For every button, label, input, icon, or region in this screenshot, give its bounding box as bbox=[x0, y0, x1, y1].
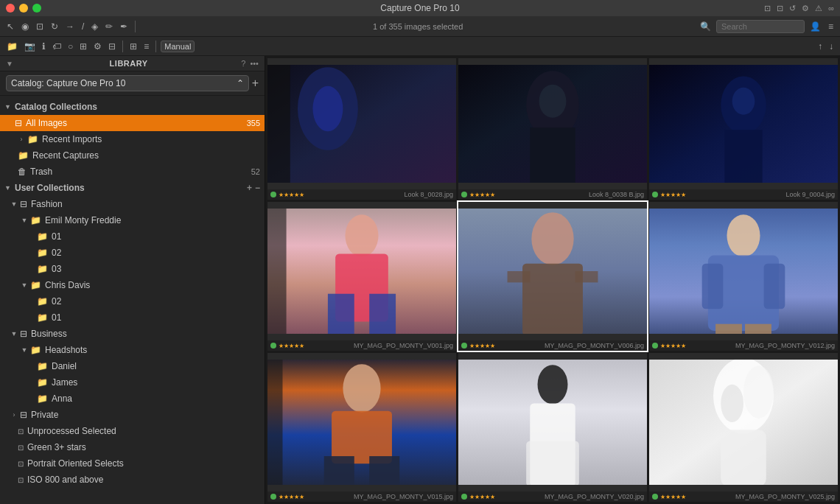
image-cell-1[interactable]: ★★★★★ Look 8_0028.jpg bbox=[267, 58, 456, 200]
app-title: Capture One Pro 10 bbox=[380, 3, 459, 13]
sidebar-item-folder-01a[interactable]: 📁 01 bbox=[0, 228, 265, 245]
add-catalog-button[interactable]: + bbox=[252, 77, 259, 90]
image-cell-9[interactable]: ★★★★★ MY_MAG_PO_MONTY_V025.jpg bbox=[649, 353, 838, 502]
folder01a-label: 01 bbox=[52, 231, 260, 242]
sidebar-item-business[interactable]: ▼ ⊟ Business bbox=[0, 326, 265, 342]
selection-status: 1 of 355 images selected bbox=[373, 22, 463, 31]
private-chevron: › bbox=[10, 411, 18, 419]
grid-icon[interactable]: ⊞ bbox=[77, 40, 89, 53]
tool-rotate[interactable]: ↻ bbox=[49, 20, 60, 33]
image-thumb-7 bbox=[267, 353, 456, 491]
camera2-icon[interactable]: 📷 bbox=[22, 40, 38, 53]
remove-collection-button[interactable]: − bbox=[255, 183, 260, 193]
tag-icon[interactable]: 🏷 bbox=[50, 40, 63, 53]
sidebar-item-folder-02b[interactable]: 📁 02 bbox=[0, 293, 265, 309]
chris-label: Chris Davis bbox=[45, 280, 260, 290]
sidebar-item-chris-davis[interactable]: ▼ 📁 Chris Davis bbox=[0, 277, 265, 293]
image-cell-3[interactable]: ★★★★★ Look 9_0004.jpg bbox=[649, 58, 838, 200]
image-cell-8[interactable]: ★★★★★ MY_MAG_PO_MONTY_V020.jpg bbox=[458, 353, 647, 502]
sidebar-more-icon[interactable]: ••• bbox=[250, 59, 259, 68]
tool-pen[interactable]: ✒ bbox=[118, 20, 130, 33]
catalog-collections-chevron: ▼ bbox=[4, 103, 12, 111]
sidebar-item-all-images[interactable]: ⊟ All Images 355 bbox=[0, 115, 265, 131]
sidebar-item-james[interactable]: 📁 James bbox=[0, 374, 265, 391]
sidebar-item-recent-imports[interactable]: › 📁 Recent Imports bbox=[0, 131, 265, 147]
info-icon[interactable]: ℹ bbox=[40, 40, 48, 53]
sidebar-item-emil[interactable]: ▼ 📁 Emil Monty Freddie bbox=[0, 212, 265, 228]
image-cell-4[interactable]: ★★★★★ MY_MAG_PO_MONTY_V001.jpg bbox=[267, 202, 456, 351]
sidebar-item-iso[interactable]: ⊡ ISO 800 and above bbox=[0, 472, 265, 488]
image-cell-2[interactable]: ★★★★★ Look 8_0038 B.jpg bbox=[458, 58, 647, 200]
svg-rect-32 bbox=[332, 411, 392, 464]
tool-arrow[interactable]: → bbox=[63, 20, 77, 33]
sidebar-item-folder-03[interactable]: 📁 03 bbox=[0, 261, 265, 277]
search-icon: 🔍 bbox=[698, 20, 713, 33]
tool-pin[interactable]: ◈ bbox=[89, 20, 100, 33]
sort-desc-icon[interactable]: ↓ bbox=[827, 40, 836, 53]
image-cell-7[interactable]: ★★★★★ MY_MAG_PO_MONTY_V015.jpg bbox=[267, 353, 456, 502]
fullscreen-button[interactable] bbox=[32, 4, 41, 13]
user-collections-section[interactable]: ▼ User Collections + − bbox=[0, 180, 265, 196]
smart-greenstars-icon: ⊡ bbox=[18, 444, 24, 452]
user-collections-chevron: ▼ bbox=[4, 184, 12, 192]
sidebar-item-folder-01b[interactable]: 📁 01 bbox=[0, 309, 265, 326]
image-dot-row-1: ★★★★★ bbox=[270, 192, 304, 198]
sidebar-help-icon[interactable]: ? bbox=[241, 59, 245, 68]
minimize-button[interactable] bbox=[19, 4, 28, 13]
image-thumb-4 bbox=[267, 202, 456, 340]
circle-icon[interactable]: ○ bbox=[66, 40, 75, 53]
sidebar-item-anna[interactable]: 📁 Anna bbox=[0, 391, 265, 407]
tool-loupe[interactable]: ◉ bbox=[19, 20, 31, 33]
sidebar-item-portrait[interactable]: ⊡ Portrait Oriented Selects bbox=[0, 455, 265, 472]
svg-rect-27 bbox=[764, 264, 785, 309]
sep3 bbox=[155, 41, 156, 52]
sidebar-item-daniel[interactable]: 📁 Daniel bbox=[0, 358, 265, 374]
secondary-toolbar: 📁 📷 ℹ 🏷 ○ ⊞ ⚙ ⊟ ⊞ ≡ Manual ↑ ↓ bbox=[0, 37, 840, 56]
svg-point-31 bbox=[343, 364, 380, 413]
folder02b-icon: 📁 bbox=[37, 296, 48, 307]
folder01b-icon: 📁 bbox=[37, 312, 48, 323]
grid2-icon[interactable]: ⊞ bbox=[127, 40, 139, 53]
image-footer-8: ★★★★★ MY_MAG_PO_MONTY_V020.jpg bbox=[458, 491, 647, 502]
sidebar-item-folder-02a[interactable]: 📁 02 bbox=[0, 245, 265, 261]
list-icon[interactable]: ≡ bbox=[141, 40, 151, 53]
layers-icon[interactable]: ⊟ bbox=[106, 40, 118, 53]
sort-asc-icon[interactable]: ↑ bbox=[816, 40, 825, 53]
tool-cursor[interactable]: ↖ bbox=[4, 20, 16, 33]
image-dot-row-2: ★★★★★ bbox=[461, 192, 495, 198]
anna-label: Anna bbox=[52, 393, 260, 404]
tool-brush[interactable]: ✏ bbox=[103, 20, 115, 33]
sidebar-header: ▼ LIBRARY ? ••• bbox=[0, 56, 265, 71]
settings2-icon[interactable]: ⚙ bbox=[91, 40, 104, 53]
svg-rect-3 bbox=[267, 65, 290, 183]
sidebar-item-headshots[interactable]: ▼ 📁 Headshots bbox=[0, 342, 265, 358]
tool-crop[interactable]: ⊡ bbox=[34, 20, 46, 33]
all-images-count: 355 bbox=[247, 119, 260, 127]
folder-icon[interactable]: 📁 bbox=[4, 40, 20, 53]
sidebar-collapse-chevron[interactable]: ▼ bbox=[6, 60, 13, 68]
search-input[interactable] bbox=[716, 20, 805, 33]
private-icon: ⊟ bbox=[20, 410, 27, 420]
sidebar-item-green-stars[interactable]: ⊡ Green 3+ stars bbox=[0, 439, 265, 455]
sidebar-item-private[interactable]: › ⊟ Private bbox=[0, 407, 265, 423]
svg-rect-29 bbox=[745, 324, 771, 334]
svg-rect-39 bbox=[526, 441, 579, 485]
james-icon: 📁 bbox=[37, 377, 48, 388]
catalog-selector: Catalog: Capture One Pro 10 ⌃ + bbox=[0, 71, 265, 96]
close-button[interactable] bbox=[6, 4, 15, 13]
image-cell-5[interactable]: ★★★★★ MY_MAG_PO_MONTY_V006.jpg bbox=[458, 202, 647, 351]
catalog-dropdown[interactable]: Catalog: Capture One Pro 10 ⌃ bbox=[6, 75, 249, 91]
sidebar-item-fashion[interactable]: ▼ ⊟ Fashion bbox=[0, 196, 265, 212]
sidebar-item-trash[interactable]: 🗑 Trash 52 bbox=[0, 164, 265, 180]
image-thumb-6 bbox=[649, 202, 838, 340]
folder03-label: 03 bbox=[52, 264, 260, 274]
view-dropdown[interactable]: Manual bbox=[161, 41, 195, 52]
tool-slash[interactable]: / bbox=[80, 20, 86, 33]
sidebar-item-unprocessed[interactable]: ⊡ Unprocessed Selected bbox=[0, 423, 265, 439]
image-cell-6[interactable]: ★★★★★ MY_MAG_PO_MONTY_V012.jpg bbox=[649, 202, 838, 351]
image-footer-6: ★★★★★ MY_MAG_PO_MONTY_V012.jpg bbox=[649, 340, 838, 351]
sidebar-item-recent-captures[interactable]: 📁 Recent Captures bbox=[0, 147, 265, 164]
catalog-collections-section[interactable]: ▼ Catalog Collections bbox=[0, 99, 265, 115]
add-collection-button[interactable]: + bbox=[247, 183, 252, 193]
status-dot-3 bbox=[652, 192, 658, 197]
